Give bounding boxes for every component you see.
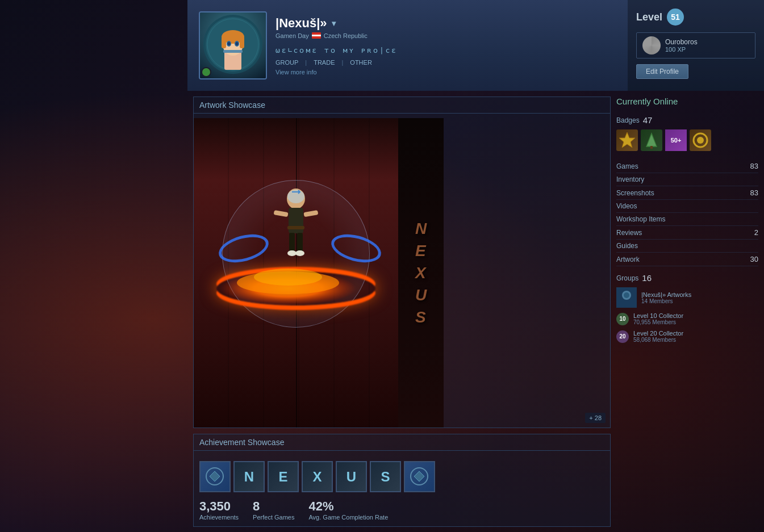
achievement-e: E (268, 461, 299, 492)
achievement-icons: N E X U S (199, 461, 604, 492)
svg-point-10 (228, 42, 231, 45)
svg-rect-24 (274, 210, 289, 217)
svg-rect-19 (287, 226, 304, 229)
flag-icon (312, 32, 321, 39)
badge-trees[interactable] (641, 129, 662, 151)
achievement-x: X (302, 461, 333, 492)
nexus-u: U (415, 284, 427, 306)
svg-rect-18 (289, 208, 303, 233)
currently-online-section: Currently Online Badges 47 (616, 97, 758, 343)
svg-point-22 (287, 250, 297, 256)
currently-online-header: Currently Online (616, 97, 758, 108)
svg-rect-6 (222, 37, 226, 48)
svg-rect-7 (240, 37, 244, 48)
svg-rect-31 (650, 146, 653, 149)
badge-50plus[interactable]: 50+ (665, 129, 687, 151)
group-info-nexus: |Nexuš|» Artworks 14 Members (641, 291, 691, 304)
profile-link-other[interactable]: OTHER (350, 59, 372, 66)
level-badge: 51 (667, 9, 684, 26)
xp-display: Ouroboros 100 XP (636, 32, 755, 58)
flames-area (214, 257, 362, 308)
achievement-showcase-header: Achievement Showcase (194, 434, 610, 451)
svg-point-36 (624, 292, 629, 298)
badges-section: Badges 47 (616, 115, 758, 151)
main-container: |Nexuš|» ▾ Gamen Day Czech Republic ωε∟ᴄ… (187, 0, 764, 532)
xp-value: 100 XP (665, 46, 698, 53)
badges-header: Badges 47 (616, 115, 758, 125)
profile-header: |Nexuš|» ▾ Gamen Day Czech Republic ωε∟ᴄ… (187, 0, 764, 91)
group-item-level20[interactable]: 20 Level 20 Collector 58,068 Members (616, 330, 758, 343)
artwork-side-panel: N E X U S (398, 118, 444, 428)
achievement-badge-left (199, 461, 231, 492)
nexus-e: E (415, 240, 427, 262)
achievement-badge-right (404, 461, 435, 492)
left-column: Artwork Showcase (193, 97, 611, 527)
group-info-level20: Level 20 Collector 58,068 Members (633, 330, 683, 343)
avatar-image (202, 13, 264, 78)
stat-reviews[interactable]: Reviews 2 (616, 226, 758, 240)
completion-rate-stat: 42% Avg. Game Completion Rate (308, 499, 388, 521)
stat-workshop[interactable]: Workshop Items (616, 213, 758, 226)
group-level-badge-20: 20 (616, 330, 629, 343)
nexus-n: N (415, 217, 427, 240)
badge-gold[interactable] (616, 129, 638, 151)
achievement-s: S (370, 461, 401, 492)
svg-rect-25 (303, 210, 318, 217)
svg-point-23 (295, 250, 304, 256)
avatar (199, 11, 267, 79)
group-item-level10[interactable]: 10 Level 10 Collector 70,955 Members (616, 312, 758, 325)
bender-scene (194, 118, 398, 428)
level-label: Level (636, 11, 662, 23)
profile-right: Level 51 Ouroboros 100 XP Edit Profile (628, 0, 764, 91)
profile-link-group[interactable]: GROUP (275, 59, 298, 66)
artwork-showcase-header: Artwork Showcase (194, 97, 610, 114)
stat-guides[interactable]: Guides (616, 240, 758, 253)
perfect-games-stat: 8 Perfect Games (253, 499, 294, 521)
achievement-content: N E X U S (194, 455, 610, 526)
svg-marker-28 (619, 132, 635, 148)
badge-circle[interactable] (690, 129, 711, 151)
svg-rect-12 (223, 50, 243, 53)
content-wrapper: Artwork Showcase (187, 91, 764, 532)
svg-marker-30 (647, 135, 656, 146)
achievements-total: 3,350 Achievements (199, 499, 239, 521)
achievement-n: N (233, 461, 265, 492)
nexus-text: N E X U S (415, 217, 427, 329)
stat-games[interactable]: Games 83 (616, 160, 758, 173)
character (273, 186, 319, 262)
level-display: Level 51 (636, 9, 755, 26)
edit-profile-button[interactable]: Edit Profile (636, 64, 688, 79)
svg-point-33 (697, 137, 704, 144)
group-avatar-nexus (616, 287, 637, 308)
stat-inventory[interactable]: Inventory (616, 173, 758, 186)
svg-point-11 (236, 42, 239, 45)
achievement-u: U (336, 461, 367, 492)
artwork-showcase: Artwork Showcase (193, 97, 611, 428)
stats-section: Games 83 Inventory Screenshots 83 Videos (616, 160, 758, 266)
profile-link-trade[interactable]: TRADE (314, 59, 335, 66)
group-info-level10: Level 10 Collector 70,955 Members (633, 312, 683, 325)
stat-screenshots[interactable]: Screenshots 83 (616, 186, 758, 200)
artwork-content: N E X U S + 28 (194, 118, 610, 428)
stat-videos[interactable]: Videos (616, 200, 758, 213)
plus-more-button[interactable]: + 28 (585, 413, 606, 423)
achievement-showcase: Achievement Showcase N (193, 434, 611, 527)
right-column: Currently Online Badges 47 (616, 97, 758, 527)
xp-icon (642, 36, 661, 55)
group-level-badge-10: 10 (616, 313, 629, 325)
groups-section: Groups 16 |Nexuš|» Ar (616, 273, 758, 343)
nexus-x: X (415, 262, 427, 284)
profile-dropdown-arrow[interactable]: ▾ (332, 19, 336, 28)
badges-icons: 50+ (616, 129, 758, 151)
artwork-main-image[interactable] (194, 118, 398, 428)
xp-info: Ouroboros 100 XP (665, 38, 698, 53)
group-item-nexus-artworks[interactable]: |Nexuš|» Artworks 14 Members (616, 287, 758, 308)
stat-artwork[interactable]: Artwork 30 (616, 253, 758, 266)
xp-name: Ouroboros (665, 38, 698, 46)
groups-header: Groups 16 (616, 273, 758, 283)
nexus-s: S (415, 306, 427, 328)
achievement-stats: 3,350 Achievements 8 Perfect Games 42% A… (199, 499, 604, 521)
svg-rect-21 (297, 233, 303, 253)
online-indicator (201, 67, 211, 77)
svg-point-15 (254, 269, 322, 286)
